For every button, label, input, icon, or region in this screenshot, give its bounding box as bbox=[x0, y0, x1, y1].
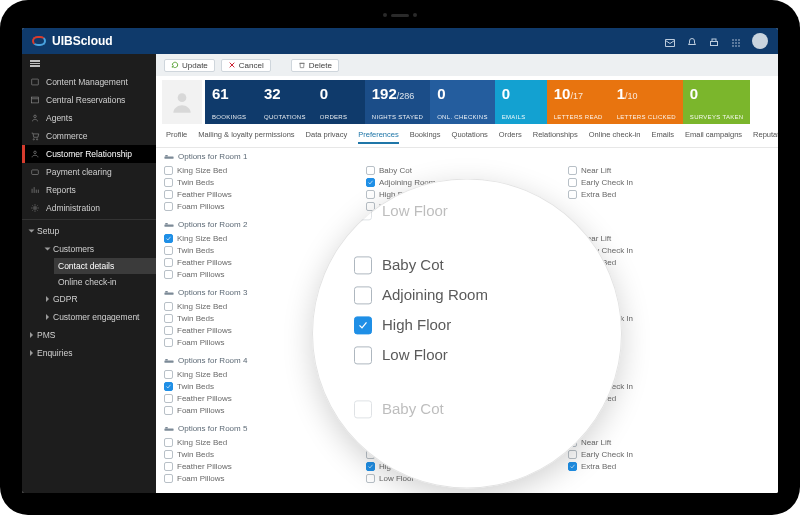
sidebar-item[interactable]: Agents bbox=[22, 109, 156, 127]
svg-rect-27 bbox=[165, 358, 168, 360]
checkbox-icon bbox=[164, 314, 173, 323]
update-button[interactable]: Update bbox=[164, 59, 215, 72]
zoom-checkbox[interactable]: Baby Cot bbox=[354, 394, 580, 424]
tab[interactable]: Quotations bbox=[452, 130, 488, 144]
sidebar-item[interactable]: Administration bbox=[22, 199, 156, 217]
checkbox-row[interactable]: Near Lift bbox=[568, 232, 770, 244]
sidebar-group[interactable]: PMS bbox=[22, 326, 156, 344]
checkbox-row[interactable]: Early Check In bbox=[568, 448, 770, 460]
sidebar-item[interactable]: Customer engagement bbox=[38, 308, 156, 326]
nav-icon bbox=[30, 149, 40, 159]
menu-toggle[interactable] bbox=[22, 54, 156, 73]
checkbox-row[interactable]: Near Lift bbox=[568, 436, 770, 448]
checkbox-row[interactable]: Foam Pillows bbox=[164, 472, 366, 484]
svg-point-8 bbox=[732, 45, 734, 47]
checkbox-row[interactable]: Baby Cot bbox=[366, 164, 568, 176]
content: Update Cancel Delete 61BOOKINGS32QUOTATI… bbox=[156, 54, 778, 493]
stat-tile[interactable]: 0ORDERS bbox=[313, 80, 365, 124]
checkbox-icon bbox=[366, 474, 375, 483]
stat-tile[interactable]: 0ONL. CHECKINS bbox=[430, 80, 495, 124]
zoom-checkbox[interactable]: Baby Cot bbox=[354, 250, 580, 280]
checkbox-icon bbox=[164, 382, 173, 391]
sidebar-subitem[interactable]: Online check-in bbox=[54, 274, 156, 290]
tab[interactable]: Preferences bbox=[358, 130, 398, 144]
checkbox-icon bbox=[366, 178, 375, 187]
nav-icon bbox=[30, 131, 40, 141]
tab[interactable]: Email campaigns bbox=[685, 130, 742, 144]
checkbox-row[interactable]: Extra Bed bbox=[568, 460, 770, 472]
svg-point-18 bbox=[34, 206, 37, 209]
svg-rect-17 bbox=[32, 169, 39, 174]
checkbox-icon bbox=[568, 166, 577, 175]
contact-avatar bbox=[162, 80, 202, 124]
tab[interactable]: Mailing & loyalty permissions bbox=[198, 130, 294, 144]
checkbox-row[interactable]: King Size Bed bbox=[164, 436, 366, 448]
bell-icon[interactable] bbox=[686, 35, 698, 47]
sidebar-item-customers[interactable]: Customers bbox=[38, 240, 156, 258]
avatar[interactable] bbox=[752, 33, 768, 49]
svg-point-7 bbox=[738, 42, 740, 44]
checkbox-row[interactable]: Early Check In bbox=[568, 176, 770, 188]
stat-tile[interactable]: 0SURVEYS TAKEN bbox=[683, 80, 751, 124]
room-heading: Options for Room 1 bbox=[164, 152, 770, 161]
tab[interactable]: Online check-in bbox=[589, 130, 641, 144]
sidebar-item[interactable]: Commerce bbox=[22, 127, 156, 145]
sidebar-item[interactable]: Payment clearing bbox=[22, 163, 156, 181]
zoom-checkbox[interactable]: Adjoining Room bbox=[354, 280, 580, 310]
checkbox-row[interactable]: King Size Bed bbox=[164, 164, 366, 176]
zoom-checkbox[interactable]: High Floor bbox=[354, 310, 580, 340]
sidebar-group[interactable]: Enquiries bbox=[22, 344, 156, 362]
stat-tile[interactable]: 1/10LETTERS CLICKED bbox=[610, 80, 683, 124]
checkbox-icon bbox=[354, 346, 372, 364]
svg-rect-23 bbox=[165, 222, 168, 224]
checkbox-icon bbox=[164, 394, 173, 403]
stat-tile[interactable]: 192/286NIGHTS STAYED bbox=[365, 80, 430, 124]
mail-icon[interactable] bbox=[664, 35, 676, 47]
checkbox-row[interactable]: Extra Bed bbox=[568, 188, 770, 200]
sidebar-item[interactable]: Content Management bbox=[22, 73, 156, 91]
cancel-button[interactable]: Cancel bbox=[221, 59, 271, 72]
sidebar-group-setup[interactable]: Setup bbox=[22, 222, 156, 240]
checkbox-row[interactable]: Near Lift bbox=[568, 164, 770, 176]
tab[interactable]: Data privacy bbox=[306, 130, 348, 144]
stat-tile[interactable]: 0EMAILS bbox=[495, 80, 547, 124]
tab[interactable]: Orders bbox=[499, 130, 522, 144]
svg-rect-29 bbox=[165, 426, 168, 428]
checkbox-icon bbox=[164, 178, 173, 187]
checkbox-icon bbox=[164, 326, 173, 335]
stat-tile[interactable]: 10/17LETTERS READ bbox=[547, 80, 610, 124]
svg-rect-28 bbox=[164, 428, 173, 430]
sidebar-item[interactable]: Customer Relationship bbox=[22, 145, 156, 163]
sidebar-item[interactable]: Reports bbox=[22, 181, 156, 199]
tab[interactable]: Profile bbox=[166, 130, 187, 144]
svg-point-4 bbox=[738, 39, 740, 41]
tab[interactable]: Relationships bbox=[533, 130, 578, 144]
checkbox-icon bbox=[366, 462, 375, 471]
tab[interactable]: Bookings bbox=[410, 130, 441, 144]
checkbox-icon bbox=[164, 202, 173, 211]
tab[interactable]: Emails bbox=[651, 130, 674, 144]
stat-tile[interactable]: 32QUOTATIONS bbox=[257, 80, 313, 124]
sidebar-item[interactable]: GDPR bbox=[38, 290, 156, 308]
checkbox-row[interactable]: Twin Beds bbox=[164, 448, 366, 460]
preferences-panel: Options for Room 1King Size BedTwin Beds… bbox=[156, 148, 778, 493]
checkbox-row[interactable]: King Size Bed bbox=[164, 232, 366, 244]
grid-icon[interactable] bbox=[730, 35, 742, 47]
sidebar-subitem[interactable]: Contact details bbox=[54, 258, 156, 274]
print-icon[interactable] bbox=[708, 35, 720, 47]
checkbox-row[interactable]: Feather Pillows bbox=[164, 460, 366, 472]
zoom-checkbox[interactable]: Low Floor bbox=[354, 340, 580, 370]
app-screen: UIBScloud Content ManagementCentral Rese… bbox=[22, 28, 778, 493]
svg-rect-11 bbox=[32, 79, 39, 85]
delete-button[interactable]: Delete bbox=[291, 59, 339, 72]
checkbox-row[interactable]: Feather Pillows bbox=[164, 188, 366, 200]
checkbox-row[interactable]: Foam Pillows bbox=[164, 200, 366, 212]
checkbox-row[interactable]: Twin Beds bbox=[164, 176, 366, 188]
zoom-checkbox[interactable]: Low Floor bbox=[354, 196, 580, 226]
sidebar-item[interactable]: Central Reservations bbox=[22, 91, 156, 109]
tab[interactable]: Reputation bbox=[753, 130, 778, 144]
checkbox-icon bbox=[568, 462, 577, 471]
stat-tile[interactable]: 61BOOKINGS bbox=[205, 80, 257, 124]
camera-notch bbox=[383, 13, 417, 17]
svg-rect-24 bbox=[164, 292, 173, 294]
